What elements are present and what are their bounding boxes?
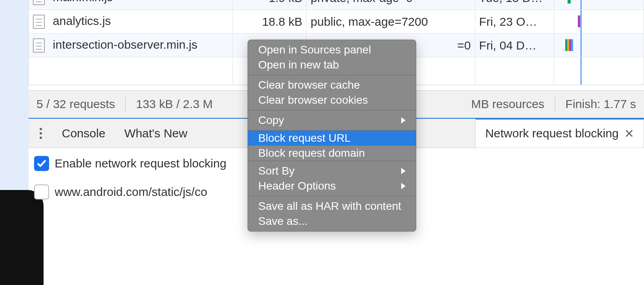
cell-size: 1.9 kB xyxy=(233,0,307,10)
cell-date: Fri, 23 O… xyxy=(475,10,554,34)
file-name: analytics.js xyxy=(53,14,111,27)
menu-clear-cache[interactable]: Clear browser cache xyxy=(248,78,416,93)
waterfall-bar xyxy=(568,0,571,4)
submenu-arrow-icon xyxy=(401,168,406,174)
tab-whats-new[interactable]: What's New xyxy=(115,119,197,148)
waterfall-marker xyxy=(581,0,581,10)
separator xyxy=(125,97,126,111)
table-row[interactable]: analytics.js 18.8 kB public, max-age=720… xyxy=(29,10,644,34)
cell-cache: public, max-age=7200 xyxy=(307,10,475,34)
menu-sort-by[interactable]: Sort By xyxy=(248,163,416,179)
waterfall-marker xyxy=(581,34,581,57)
table-row[interactable]: main.min.js 1.9 kB private, max-age=0 Tu… xyxy=(29,0,644,10)
summary-resources: MB resources xyxy=(471,97,545,111)
tab-label: Network request blocking xyxy=(485,127,619,140)
enable-blocking-checkbox[interactable] xyxy=(34,156,49,171)
enable-blocking-label: Enable network request blocking xyxy=(55,157,227,170)
summary-finish: Finish: 1.77 s xyxy=(566,97,636,111)
tab-network-request-blocking[interactable]: Network request blocking ✕ xyxy=(475,118,644,148)
more-tabs-button[interactable] xyxy=(32,128,50,139)
file-icon xyxy=(33,15,45,29)
file-icon xyxy=(33,38,45,53)
menu-save-har[interactable]: Save all as HAR with content xyxy=(248,199,416,214)
menu-clear-cookies[interactable]: Clear browser cookies xyxy=(248,93,416,108)
summary-requests: 5 / 32 requests xyxy=(36,97,115,111)
summary-transferred: 133 kB / 2.3 M xyxy=(136,97,212,111)
waterfall-bar xyxy=(578,15,580,27)
file-icon xyxy=(33,0,45,5)
menu-open-new-tab[interactable]: Open in new tab xyxy=(248,57,416,72)
cell-date: Fri, 04 D… xyxy=(475,34,554,57)
submenu-arrow-icon xyxy=(401,183,406,189)
menu-block-request-domain[interactable]: Block request domain xyxy=(248,146,416,161)
menu-copy[interactable]: Copy xyxy=(248,113,416,128)
waterfall-marker xyxy=(581,57,581,85)
context-menu: Open in Sources panel Open in new tab Cl… xyxy=(248,40,416,232)
cell-waterfall xyxy=(554,34,644,57)
cell-waterfall xyxy=(554,10,644,34)
cell-size: 18.8 kB xyxy=(233,10,307,34)
file-name: intersection-observer.min.js xyxy=(53,38,197,51)
pattern-checkbox[interactable] xyxy=(34,184,49,200)
separator xyxy=(555,97,555,111)
file-name: main.min.js xyxy=(53,0,113,4)
cell-waterfall xyxy=(554,0,644,10)
pattern-text: www.android.com/static/js/co xyxy=(55,185,207,199)
waterfall-marker xyxy=(581,10,581,33)
close-icon[interactable]: ✕ xyxy=(624,127,634,141)
menu-open-sources[interactable]: Open in Sources panel xyxy=(248,42,416,57)
waterfall-bar xyxy=(571,39,573,51)
cell-cache: private, max-age=0 xyxy=(307,0,475,10)
cell-date: Tue, 15 D… xyxy=(475,0,554,10)
left-margin: s xyxy=(0,0,29,285)
menu-header-options[interactable]: Header Options xyxy=(248,179,416,194)
submenu-arrow-icon xyxy=(401,117,406,124)
menu-block-request-url[interactable]: Block request URL xyxy=(248,131,416,146)
tab-console[interactable]: Console xyxy=(52,119,115,148)
menu-save-as[interactable]: Save as... xyxy=(248,214,416,229)
